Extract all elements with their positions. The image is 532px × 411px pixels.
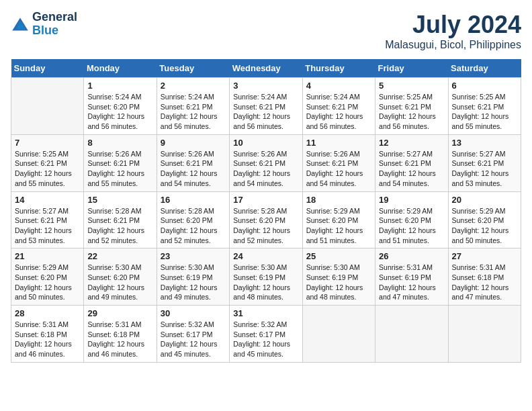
day-number: 8 — [87, 138, 152, 148]
page-header: General Blue July 2024 Malasugui, Bicol,… — [11, 11, 521, 51]
calendar-cell: 30Sunrise: 5:32 AM Sunset: 6:17 PM Dayli… — [157, 306, 229, 363]
day-number: 30 — [161, 308, 226, 318]
header-monday: Monday — [84, 59, 157, 78]
calendar-week-row: 21Sunrise: 5:29 AM Sunset: 6:20 PM Dayli… — [11, 248, 521, 306]
logo-icon — [11, 17, 30, 32]
day-info: Sunrise: 5:25 AM Sunset: 6:21 PM Dayligh… — [379, 92, 444, 132]
day-info: Sunrise: 5:24 AM Sunset: 6:21 PM Dayligh… — [161, 92, 226, 132]
day-number: 25 — [306, 251, 371, 261]
day-info: Sunrise: 5:27 AM Sunset: 6:21 PM Dayligh… — [452, 149, 517, 189]
calendar-cell — [11, 78, 84, 135]
calendar-cell — [448, 306, 521, 363]
day-number: 20 — [452, 195, 517, 205]
calendar-cell: 1Sunrise: 5:24 AM Sunset: 6:20 PM Daylig… — [84, 78, 157, 135]
day-number: 24 — [233, 251, 298, 261]
logo-text: General Blue — [32, 11, 77, 38]
day-info: Sunrise: 5:25 AM Sunset: 6:21 PM Dayligh… — [15, 149, 80, 189]
header-sunday: Sunday — [11, 59, 84, 78]
day-number: 31 — [233, 308, 298, 318]
day-number: 9 — [161, 138, 226, 148]
day-number: 29 — [87, 308, 152, 318]
day-number: 1 — [87, 81, 152, 91]
calendar-cell: 27Sunrise: 5:31 AM Sunset: 6:18 PM Dayli… — [448, 248, 521, 306]
day-info: Sunrise: 5:26 AM Sunset: 6:21 PM Dayligh… — [233, 149, 298, 189]
day-number: 6 — [452, 81, 517, 91]
calendar-cell: 2Sunrise: 5:24 AM Sunset: 6:21 PM Daylig… — [157, 78, 229, 135]
day-info: Sunrise: 5:28 AM Sunset: 6:21 PM Dayligh… — [87, 206, 152, 246]
calendar-cell: 28Sunrise: 5:31 AM Sunset: 6:18 PM Dayli… — [11, 306, 84, 363]
day-number: 5 — [379, 81, 444, 91]
day-info: Sunrise: 5:30 AM Sunset: 6:19 PM Dayligh… — [161, 263, 226, 302]
calendar-cell: 17Sunrise: 5:28 AM Sunset: 6:20 PM Dayli… — [230, 191, 302, 248]
day-number: 21 — [15, 251, 80, 261]
month-year-title: July 2024 — [385, 11, 521, 39]
day-number: 10 — [233, 138, 298, 148]
day-number: 22 — [87, 251, 152, 261]
day-info: Sunrise: 5:31 AM Sunset: 6:18 PM Dayligh… — [452, 263, 517, 302]
calendar-cell: 8Sunrise: 5:26 AM Sunset: 6:21 PM Daylig… — [84, 134, 157, 191]
calendar-cell: 12Sunrise: 5:27 AM Sunset: 6:21 PM Dayli… — [375, 134, 448, 191]
calendar-cell: 19Sunrise: 5:29 AM Sunset: 6:20 PM Dayli… — [375, 191, 448, 248]
day-number: 16 — [161, 195, 226, 205]
title-block: July 2024 Malasugui, Bicol, Philippines — [385, 11, 521, 51]
calendar-week-row: 7Sunrise: 5:25 AM Sunset: 6:21 PM Daylig… — [11, 134, 521, 191]
calendar-cell: 22Sunrise: 5:30 AM Sunset: 6:20 PM Dayli… — [84, 248, 157, 306]
day-info: Sunrise: 5:32 AM Sunset: 6:17 PM Dayligh… — [161, 320, 226, 359]
day-number: 18 — [306, 195, 371, 205]
calendar-week-row: 1Sunrise: 5:24 AM Sunset: 6:20 PM Daylig… — [11, 78, 521, 135]
day-number: 4 — [306, 81, 371, 91]
calendar-cell: 26Sunrise: 5:31 AM Sunset: 6:19 PM Dayli… — [375, 248, 448, 306]
calendar-table: SundayMondayTuesdayWednesdayThursdayFrid… — [11, 59, 521, 363]
header-tuesday: Tuesday — [157, 59, 229, 78]
day-info: Sunrise: 5:28 AM Sunset: 6:20 PM Dayligh… — [233, 206, 298, 246]
calendar-cell: 25Sunrise: 5:30 AM Sunset: 6:19 PM Dayli… — [302, 248, 375, 306]
calendar-cell: 7Sunrise: 5:25 AM Sunset: 6:21 PM Daylig… — [11, 134, 84, 191]
day-number: 15 — [87, 195, 152, 205]
day-info: Sunrise: 5:29 AM Sunset: 6:20 PM Dayligh… — [306, 206, 371, 246]
calendar-cell: 29Sunrise: 5:31 AM Sunset: 6:18 PM Dayli… — [84, 306, 157, 363]
location-subtitle: Malasugui, Bicol, Philippines — [385, 39, 521, 51]
day-number: 7 — [15, 138, 80, 148]
day-info: Sunrise: 5:30 AM Sunset: 6:20 PM Dayligh… — [87, 263, 152, 302]
day-info: Sunrise: 5:32 AM Sunset: 6:17 PM Dayligh… — [233, 320, 298, 359]
calendar-header-row: SundayMondayTuesdayWednesdayThursdayFrid… — [11, 59, 521, 78]
day-info: Sunrise: 5:24 AM Sunset: 6:21 PM Dayligh… — [233, 92, 298, 132]
day-number: 3 — [233, 81, 298, 91]
logo: General Blue — [11, 11, 77, 38]
calendar-cell: 21Sunrise: 5:29 AM Sunset: 6:20 PM Dayli… — [11, 248, 84, 306]
day-number: 14 — [15, 195, 80, 205]
day-info: Sunrise: 5:26 AM Sunset: 6:21 PM Dayligh… — [306, 149, 371, 189]
day-info: Sunrise: 5:29 AM Sunset: 6:20 PM Dayligh… — [379, 206, 444, 246]
day-info: Sunrise: 5:30 AM Sunset: 6:19 PM Dayligh… — [233, 263, 298, 302]
day-info: Sunrise: 5:24 AM Sunset: 6:21 PM Dayligh… — [306, 92, 371, 132]
calendar-cell: 23Sunrise: 5:30 AM Sunset: 6:19 PM Dayli… — [157, 248, 229, 306]
calendar-cell: 15Sunrise: 5:28 AM Sunset: 6:21 PM Dayli… — [84, 191, 157, 248]
day-number: 13 — [452, 138, 517, 148]
day-number: 11 — [306, 138, 371, 148]
day-number: 26 — [379, 251, 444, 261]
calendar-cell: 24Sunrise: 5:30 AM Sunset: 6:19 PM Dayli… — [230, 248, 302, 306]
day-info: Sunrise: 5:31 AM Sunset: 6:19 PM Dayligh… — [379, 263, 444, 302]
calendar-cell — [375, 306, 448, 363]
calendar-cell: 18Sunrise: 5:29 AM Sunset: 6:20 PM Dayli… — [302, 191, 375, 248]
calendar-cell: 6Sunrise: 5:25 AM Sunset: 6:21 PM Daylig… — [448, 78, 521, 135]
calendar-week-row: 14Sunrise: 5:27 AM Sunset: 6:21 PM Dayli… — [11, 191, 521, 248]
header-saturday: Saturday — [448, 59, 521, 78]
calendar-week-row: 28Sunrise: 5:31 AM Sunset: 6:18 PM Dayli… — [11, 306, 521, 363]
calendar-cell: 5Sunrise: 5:25 AM Sunset: 6:21 PM Daylig… — [375, 78, 448, 135]
day-number: 27 — [452, 251, 517, 261]
day-number: 2 — [161, 81, 226, 91]
day-number: 28 — [15, 308, 80, 318]
calendar-cell: 10Sunrise: 5:26 AM Sunset: 6:21 PM Dayli… — [230, 134, 302, 191]
calendar-cell: 14Sunrise: 5:27 AM Sunset: 6:21 PM Dayli… — [11, 191, 84, 248]
day-info: Sunrise: 5:27 AM Sunset: 6:21 PM Dayligh… — [15, 206, 80, 246]
header-wednesday: Wednesday — [230, 59, 302, 78]
calendar-cell: 3Sunrise: 5:24 AM Sunset: 6:21 PM Daylig… — [230, 78, 302, 135]
header-friday: Friday — [375, 59, 448, 78]
day-number: 23 — [161, 251, 226, 261]
calendar-cell: 31Sunrise: 5:32 AM Sunset: 6:17 PM Dayli… — [230, 306, 302, 363]
calendar-cell — [302, 306, 375, 363]
calendar-cell: 9Sunrise: 5:26 AM Sunset: 6:21 PM Daylig… — [157, 134, 229, 191]
day-info: Sunrise: 5:31 AM Sunset: 6:18 PM Dayligh… — [15, 320, 80, 359]
day-info: Sunrise: 5:30 AM Sunset: 6:19 PM Dayligh… — [306, 263, 371, 302]
